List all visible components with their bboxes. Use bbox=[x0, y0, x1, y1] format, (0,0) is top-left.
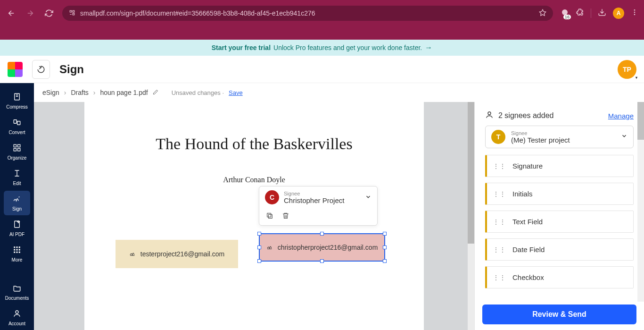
save-status: Unsaved changes · bbox=[172, 89, 224, 96]
signature-field-1[interactable]: testerproject216@gmail.com bbox=[116, 240, 238, 268]
sidebar-item-convert[interactable]: Convert bbox=[4, 114, 30, 139]
profile-avatar[interactable]: A bbox=[613, 8, 624, 19]
selected-avatar: T bbox=[491, 130, 505, 144]
url-bar[interactable]: smallpdf.com/sign-pdf/document#eid=35666… bbox=[62, 6, 553, 21]
svg-marker-2 bbox=[539, 9, 545, 16]
save-link[interactable]: Save bbox=[229, 89, 243, 96]
signature-field-2[interactable]: christopherproject216@gmail.com bbox=[259, 233, 385, 262]
popup-avatar: C bbox=[265, 190, 279, 204]
bookmark-icon[interactable] bbox=[539, 9, 546, 18]
canvas[interactable]: The Hound of the Baskervilles Arthur Con… bbox=[34, 102, 474, 330]
panel-footer: Review & Send bbox=[475, 299, 644, 330]
right-panel: 2 signees added Manage T Signee (Me) Tes… bbox=[474, 102, 644, 330]
chevron-down-icon[interactable] bbox=[365, 194, 372, 202]
sidebar-item-edit[interactable]: Edit bbox=[4, 165, 30, 190]
svg-rect-1 bbox=[73, 10, 74, 12]
signee-popup: C Signee Christopher Project bbox=[259, 186, 378, 226]
app-title: Sign bbox=[59, 63, 84, 76]
svg-rect-20 bbox=[19, 249, 20, 251]
field-text[interactable]: ⋮⋮ Text Field bbox=[485, 211, 634, 233]
svg-rect-0 bbox=[70, 10, 72, 12]
sidebar-item-organize[interactable]: Organize bbox=[4, 140, 30, 164]
download-icon[interactable] bbox=[598, 8, 606, 18]
svg-rect-23 bbox=[19, 252, 20, 253]
trash-icon[interactable] bbox=[282, 212, 289, 221]
svg-rect-15 bbox=[14, 246, 15, 248]
svg-rect-26 bbox=[267, 213, 271, 217]
folder-icon bbox=[13, 284, 21, 295]
field-initials[interactable]: ⋮⋮ Initials bbox=[485, 183, 634, 205]
extensions-icon[interactable] bbox=[576, 8, 584, 18]
svg-rect-13 bbox=[18, 149, 20, 151]
svg-rect-7 bbox=[15, 93, 20, 100]
organize-icon bbox=[13, 144, 21, 154]
field-signature[interactable]: ⋮⋮ Signature bbox=[485, 155, 634, 177]
compress-icon bbox=[13, 93, 21, 103]
field-date[interactable]: ⋮⋮ Date Field bbox=[485, 238, 634, 261]
resize-handle[interactable] bbox=[257, 232, 261, 236]
forward-button[interactable] bbox=[25, 8, 36, 19]
extension-badge[interactable]: 16 bbox=[561, 8, 569, 18]
user-avatar[interactable]: TP ▾ bbox=[618, 60, 636, 79]
svg-rect-19 bbox=[17, 249, 18, 251]
svg-point-5 bbox=[634, 12, 636, 13]
arrow-right-icon: → bbox=[425, 43, 432, 52]
account-icon bbox=[13, 309, 21, 320]
svg-rect-12 bbox=[14, 149, 16, 151]
canvas-scrollbar[interactable] bbox=[468, 102, 474, 330]
resize-handle[interactable] bbox=[257, 259, 261, 263]
sidebar-item-documents[interactable]: Documents bbox=[4, 280, 30, 305]
document-author: Arthur Conan Doyle bbox=[113, 176, 396, 184]
svg-point-24 bbox=[16, 311, 18, 313]
drag-icon: ⋮⋮ bbox=[493, 190, 506, 198]
field1-text: testerproject216@gmail.com bbox=[140, 250, 224, 258]
resize-handle[interactable] bbox=[320, 232, 324, 236]
field-checkbox[interactable]: ⋮⋮ Checkbox bbox=[485, 266, 634, 288]
signees-header: 2 signees added Manage bbox=[475, 102, 644, 126]
resize-handle[interactable] bbox=[383, 245, 387, 249]
chevron-down-icon bbox=[621, 133, 627, 141]
document-title: The Hound of the Baskervilles bbox=[113, 135, 396, 153]
svg-rect-17 bbox=[19, 246, 20, 248]
more-icon bbox=[13, 245, 21, 256]
signature-icon bbox=[266, 243, 274, 252]
menu-icon[interactable] bbox=[631, 8, 638, 18]
resize-handle[interactable] bbox=[383, 232, 387, 236]
sidebar-item-ai-pdf[interactable]: AI PDF bbox=[4, 216, 30, 241]
drag-icon: ⋮⋮ bbox=[493, 274, 506, 281]
promo-banner[interactable]: Start your free trial Unlock Pro feature… bbox=[0, 40, 644, 56]
site-settings-icon[interactable] bbox=[69, 9, 75, 17]
resize-handle[interactable] bbox=[257, 245, 261, 249]
crumb-drafts[interactable]: Drafts bbox=[71, 89, 88, 96]
reload-button[interactable] bbox=[43, 8, 55, 19]
main: Compress Convert Organize Edit Sign AI P… bbox=[0, 83, 644, 330]
sidebar-item-more[interactable]: More bbox=[4, 242, 30, 266]
ai-icon bbox=[13, 220, 21, 231]
drag-icon: ⋮⋮ bbox=[493, 218, 506, 226]
panel-scrollbar[interactable] bbox=[637, 102, 644, 302]
signee-select[interactable]: T Signee (Me) Tester project bbox=[485, 126, 634, 148]
sidebar-item-compress[interactable]: Compress bbox=[4, 89, 30, 113]
review-send-button[interactable]: Review & Send bbox=[482, 305, 636, 324]
sign-icon bbox=[13, 195, 21, 205]
sidebar-item-sign[interactable]: Sign bbox=[4, 191, 30, 215]
pencil-icon[interactable] bbox=[153, 89, 158, 96]
scroll-thumb[interactable] bbox=[468, 102, 474, 244]
copy-icon[interactable] bbox=[266, 212, 273, 221]
popup-signee-select[interactable]: C Signee Christopher Project bbox=[259, 186, 377, 208]
crumb-root[interactable]: eSign bbox=[42, 89, 59, 96]
resize-handle[interactable] bbox=[383, 259, 387, 263]
url-text: smallpdf.com/sign-pdf/document#eid=35666… bbox=[80, 9, 534, 17]
app-header: Sign TP ▾ bbox=[0, 56, 644, 83]
sidebar-item-account[interactable]: Account bbox=[4, 305, 30, 330]
resize-handle[interactable] bbox=[320, 259, 324, 263]
back-button[interactable] bbox=[6, 8, 17, 19]
manage-link[interactable]: Manage bbox=[608, 112, 634, 120]
scroll-thumb[interactable] bbox=[637, 102, 644, 140]
svg-rect-8 bbox=[14, 120, 17, 124]
svg-rect-18 bbox=[14, 249, 15, 251]
logo[interactable] bbox=[8, 62, 23, 77]
undo-button[interactable] bbox=[32, 60, 50, 79]
convert-icon bbox=[13, 118, 21, 129]
svg-rect-21 bbox=[14, 252, 15, 253]
